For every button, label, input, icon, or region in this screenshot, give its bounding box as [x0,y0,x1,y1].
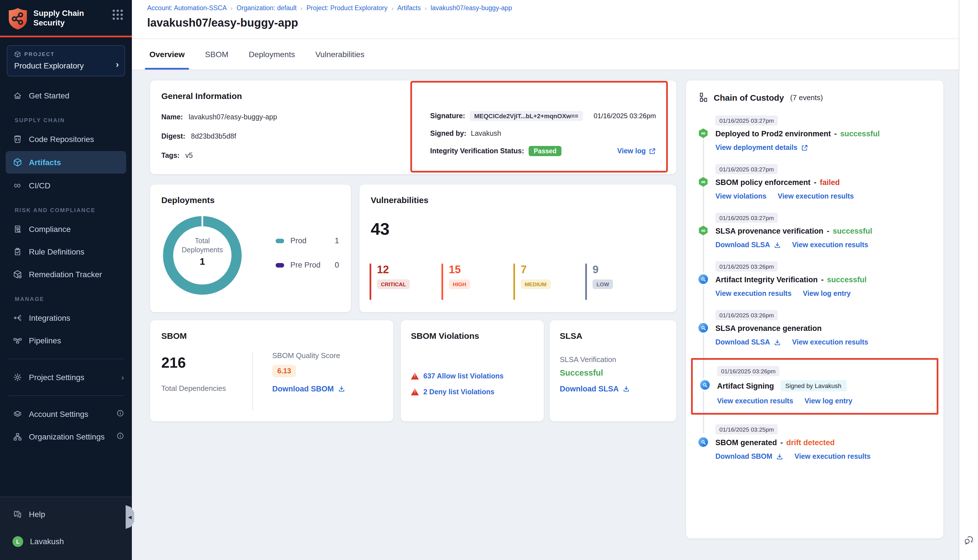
sidebar-item-compliance[interactable]: Compliance [0,218,132,240]
view-execution-results-link[interactable]: View execution results [792,241,868,249]
event-status: successful [840,130,880,138]
signature-timestamp: 01/16/2025 03:26pm [594,112,656,120]
sidebar-header: Supply Chain Security [0,0,132,36]
allow-list-violations-row: 637 Allow list Violations [411,372,504,380]
download-slsa-link[interactable]: Download SLSA [715,241,781,249]
breadcrumb-artifacts[interactable]: Artifacts [397,5,421,11]
section-label-risk-compliance: RISK AND COMPLIANCE [0,197,132,218]
card-title: Deployments [161,195,340,205]
sidebar-item-artifacts[interactable]: Artifacts [6,151,126,174]
app-switcher-grid-icon[interactable] [113,10,125,22]
sidebar-item-organization-settings[interactable]: Organization Settings [0,425,132,448]
breadcrumb-project[interactable]: Project: Product Exploratory [307,5,387,11]
project-selector[interactable]: PROJECT Product Exploratory › [7,45,125,77]
sidebar-item-pipelines[interactable]: Pipelines [0,329,132,352]
view-violations-link[interactable]: View violations [715,192,766,200]
event-timestamp: 01/16/2025 03:26pm [715,261,778,272]
sidebar-item-code-repositories[interactable]: Code Repositories [0,128,132,150]
sidebar-item-project-settings[interactable]: Project Settings › [0,366,132,388]
deployments-card: Deployments Total Deployments 1 Prod 1 [150,184,351,312]
section-label-manage: MANAGE [0,286,132,307]
sidebar-item-cicd[interactable]: ∞ CI/CD [0,174,132,197]
scanner-event-icon [700,380,710,390]
signed-by-badge: Signed by Lavakush [780,380,846,392]
help-chat-icon: ? [12,509,22,519]
sidebar-item-account-settings[interactable]: Account Settings [0,403,132,425]
event-count: (7 events) [790,93,823,102]
allow-list-violations-link[interactable]: 637 Allow list Violations [423,372,504,380]
tab-overview[interactable]: Overview [149,39,185,70]
event-timestamp: 01/16/2025 03:25pm [715,424,778,435]
layers-gear-icon [12,409,22,419]
gear-icon [12,372,22,382]
download-icon [623,385,630,393]
chain-of-custody-panel: Chain of Custody (7 events) ∞ 01/16/2025… [686,80,943,538]
external-link-icon [649,147,656,155]
support-chat-icon[interactable] [964,535,974,545]
legend-swatch-preprod [275,263,284,267]
tab-sbom[interactable]: SBOM [205,39,229,70]
section-label-supply-chain: SUPPLY CHAIN [0,107,132,128]
svg-text:?: ? [15,511,18,515]
view-execution-results-link[interactable]: View execution results [792,338,868,346]
card-title: Vulnerabilities [371,195,665,205]
tab-vulnerabilities[interactable]: Vulnerabilities [315,39,364,70]
sidebar-item-user[interactable]: L Lavakush [0,530,132,553]
sidebar-item-rule-definitions[interactable]: Rule Definitions [0,240,132,263]
view-execution-results-link[interactable]: View execution results [717,397,793,405]
download-sbom-link[interactable]: Download SBOM [272,385,345,393]
donut-legend: Prod 1 Pre Prod 0 [275,237,339,285]
page-header: Account: Automation-SSCA› Organization: … [132,0,978,70]
artifact-tags-row: Tags:v5 [161,152,277,160]
supply-chain-security-logo [7,7,28,30]
breadcrumb-organization[interactable]: Organization: default [237,5,297,11]
event-timestamp: 01/16/2025 03:27pm [715,115,778,125]
download-slsa-link[interactable]: Download SLSA [715,338,781,346]
app-title: Supply Chain Security [33,8,113,28]
sidebar-item-help[interactable]: ? Help [0,503,132,525]
sbom-card: SBOM 216 Total Dependencies SBOM Quality… [150,320,393,422]
card-title: SBOM [161,331,382,340]
cube-icon [14,51,21,58]
breadcrumb-artifact-name[interactable]: lavakush07/easy-buggy-app [431,5,512,11]
download-icon [338,385,345,393]
home-icon [12,91,22,100]
card-title: SBOM Violations [411,331,534,340]
sidebar-item-remediation-tracker[interactable]: Remediation Tracker [0,263,132,286]
view-deployment-details-link[interactable]: View deployment details [715,144,808,152]
chain-of-custody-timeline: ∞ 01/16/2025 03:27pm Deployed to Prod2 e… [698,115,931,460]
coc-event-sbom-policy-enforcement: ∞ 01/16/2025 03:27pm SBOM policy enforce… [698,163,931,200]
chain-of-custody-icon [698,92,709,102]
view-log-entry-link[interactable]: View log entry [803,290,851,298]
document-search-icon [12,224,22,234]
view-execution-results-link[interactable]: View execution results [794,453,870,460]
view-execution-results-link[interactable]: View execution results [715,290,791,298]
vuln-stat-low: 9 LOW [585,263,657,300]
pipeline-event-icon: ∞ [698,226,708,235]
view-log-entry-link[interactable]: View log entry [804,397,852,405]
vulnerabilities-total: 43 [371,220,665,239]
tab-deployments[interactable]: Deployments [249,39,295,70]
page-title: lavakush07/easy-buggy-app [147,17,978,29]
vulnerabilities-card: Vulnerabilities 43 12 CRITICAL 15 HIGH 7… [359,184,676,312]
scanner-event-icon [698,323,708,333]
download-sbom-link[interactable]: Download SBOM [715,453,783,460]
slsa-card: SLSA SLSA Verification Successful Downlo… [549,320,676,422]
view-execution-results-link[interactable]: View execution results [778,192,854,200]
download-icon [776,453,783,460]
sidebar-item-get-started[interactable]: Get Started [0,84,132,107]
coc-event-slsa-provenance-generation: 01/16/2025 03:26pm SLSA provenance gener… [698,309,931,346]
legend-item-prod: Prod 1 [275,237,339,245]
view-log-link[interactable]: View log [617,147,656,155]
download-slsa-link[interactable]: Download SLSA [560,385,666,393]
deny-list-violations-row: 2 Deny list Violations [411,388,494,396]
accent-divider [0,36,132,37]
deny-list-violations-link[interactable]: 2 Deny list Violations [423,388,494,396]
coc-event-deployed-prod2: ∞ 01/16/2025 03:27pm Deployed to Prod2 e… [698,115,931,152]
event-timestamp: 01/16/2025 03:26pm [715,310,778,320]
download-icon [773,338,781,346]
coc-event-slsa-provenance-verification: ∞ 01/16/2025 03:27pm SLSA provenance ver… [698,212,931,249]
breadcrumb-account[interactable]: Account: Automation-SSCA [147,5,227,11]
sidebar-item-integrations[interactable]: Integrations [0,307,132,329]
infinity-icon: ∞ [12,181,22,190]
